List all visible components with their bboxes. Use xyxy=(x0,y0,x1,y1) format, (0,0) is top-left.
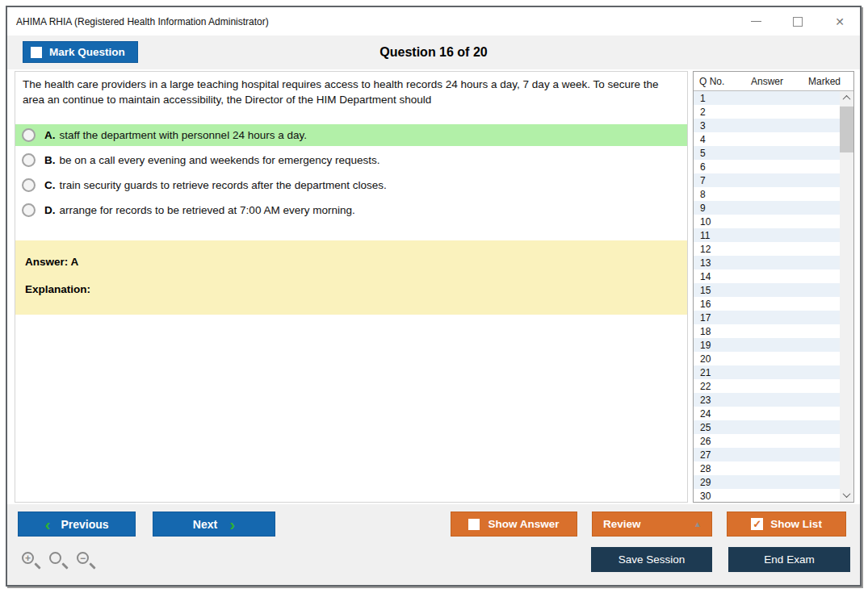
question-list-row[interactable]: 19 xyxy=(694,338,853,352)
show-list-button[interactable]: ✓ Show List xyxy=(727,512,846,537)
show-answer-button[interactable]: Show Answer xyxy=(451,512,577,537)
mark-question-checkbox[interactable] xyxy=(31,47,42,58)
footer-bar: ‹ Previous Next › Show Answer Review ▲ ✓… xyxy=(7,504,860,585)
check-icon: ✓ xyxy=(753,519,761,529)
maximize-icon xyxy=(793,17,803,27)
q-no-cell: 22 xyxy=(694,381,734,392)
q-no-cell: 8 xyxy=(694,189,734,200)
previous-label: Previous xyxy=(61,518,108,531)
next-button[interactable]: Next › xyxy=(153,512,275,537)
question-list-row[interactable]: 17 xyxy=(694,311,853,324)
zoom-reset-button[interactable] xyxy=(48,550,69,572)
scroll-down-button[interactable] xyxy=(840,488,853,502)
question-list-row[interactable]: 1 xyxy=(694,91,853,105)
q-no-cell: 21 xyxy=(694,367,734,378)
question-list-row[interactable]: 3 xyxy=(694,119,853,132)
minimize-button[interactable] xyxy=(747,13,765,31)
q-no-cell: 9 xyxy=(694,203,734,214)
q-no-cell: 5 xyxy=(694,148,734,159)
option-b[interactable]: B. be on a call every evening and weeken… xyxy=(15,149,687,171)
question-list-row[interactable]: 13 xyxy=(694,256,853,269)
zoom-out-icon: − xyxy=(77,552,89,564)
explanation-label: Explanation: xyxy=(25,283,677,295)
col-marked: Marked xyxy=(795,76,853,87)
option-a-radio[interactable] xyxy=(22,128,36,142)
question-list-row[interactable]: 9 xyxy=(694,201,853,215)
app-window: AHIMA RHIA (Registered Health Informatio… xyxy=(6,6,862,587)
end-exam-button[interactable]: End Exam xyxy=(728,547,850,572)
title-bar: AHIMA RHIA (Registered Health Informatio… xyxy=(7,7,860,35)
question-list-row[interactable]: 8 xyxy=(694,187,853,201)
maximize-button[interactable] xyxy=(789,13,807,31)
question-list-row[interactable]: 26 xyxy=(694,434,853,448)
question-list-row[interactable]: 14 xyxy=(694,269,853,283)
option-a-text: staff the department with personnel 24 h… xyxy=(60,129,307,141)
review-label: Review xyxy=(603,518,641,530)
question-list-row[interactable]: 24 xyxy=(694,407,853,420)
question-list-row[interactable]: 20 xyxy=(694,352,853,365)
option-c[interactable]: C. train security guards to retrieve rec… xyxy=(15,174,687,196)
question-list-row[interactable]: 30 xyxy=(694,489,853,502)
show-answer-checkbox[interactable] xyxy=(468,519,480,530)
option-d-radio[interactable] xyxy=(22,203,36,217)
question-list-row[interactable]: 7 xyxy=(694,173,853,187)
option-c-radio[interactable] xyxy=(22,178,36,192)
option-c-text: train security guards to retrieve record… xyxy=(60,179,387,191)
option-d[interactable]: D. arrange for records to be retrieved a… xyxy=(15,199,687,221)
question-list-row[interactable]: 2 xyxy=(694,105,853,119)
window-title: AHIMA RHIA (Registered Health Informatio… xyxy=(7,16,269,27)
question-list-row[interactable]: 4 xyxy=(694,132,853,146)
show-list-checkbox[interactable]: ✓ xyxy=(751,518,763,530)
question-list-row[interactable]: 11 xyxy=(694,228,853,242)
list-scrollbar[interactable] xyxy=(840,91,853,502)
scroll-up-button[interactable] xyxy=(840,91,853,105)
question-list-row[interactable]: 6 xyxy=(694,160,853,173)
question-list-row[interactable]: 15 xyxy=(694,283,853,297)
zoom-in-button[interactable]: + xyxy=(20,550,42,572)
q-no-cell: 16 xyxy=(694,299,734,310)
question-text: The health care providers in a large tea… xyxy=(15,72,687,107)
close-icon: ✕ xyxy=(835,16,845,27)
q-no-cell: 1 xyxy=(694,93,734,104)
magnifier-handle xyxy=(61,562,68,569)
question-list-row[interactable]: 18 xyxy=(694,324,853,338)
save-session-button[interactable]: Save Session xyxy=(591,547,712,572)
answer-label: Answer: A xyxy=(25,256,677,268)
option-d-letter: D. xyxy=(44,204,56,216)
question-list-row[interactable]: 16 xyxy=(694,297,853,311)
q-no-cell: 28 xyxy=(694,463,734,474)
mark-question-button[interactable]: Mark Question xyxy=(23,41,138,63)
zoom-in-handle xyxy=(34,562,40,569)
scrollbar-thumb[interactable] xyxy=(840,106,853,152)
option-b-radio[interactable] xyxy=(22,153,36,167)
window-controls: ✕ xyxy=(747,7,849,35)
question-list-row[interactable]: 5 xyxy=(694,146,853,160)
show-list-label: Show List xyxy=(770,518,822,530)
question-list-row[interactable]: 27 xyxy=(694,448,853,461)
review-dropdown-button[interactable]: Review ▲ xyxy=(592,512,712,537)
question-list-row[interactable]: 22 xyxy=(694,379,853,393)
question-list-row[interactable]: 28 xyxy=(694,461,853,475)
question-list-row[interactable]: 25 xyxy=(694,420,853,434)
question-list-row[interactable]: 10 xyxy=(694,215,853,228)
minimize-icon xyxy=(751,21,761,22)
zoom-out-button[interactable]: − xyxy=(75,550,97,572)
question-list-row[interactable]: 21 xyxy=(694,365,853,379)
q-no-cell: 14 xyxy=(694,271,734,282)
question-list-row[interactable]: 29 xyxy=(694,475,853,489)
option-c-letter: C. xyxy=(44,179,56,191)
question-list-row[interactable]: 12 xyxy=(694,242,853,256)
close-button[interactable]: ✕ xyxy=(831,13,849,31)
q-no-cell: 2 xyxy=(694,106,734,118)
option-a[interactable]: A. staff the department with personnel 2… xyxy=(15,124,687,146)
col-q-no: Q No. xyxy=(694,76,739,87)
zoom-out-handle xyxy=(89,562,95,569)
previous-button[interactable]: ‹ Previous xyxy=(18,512,136,537)
q-no-cell: 26 xyxy=(694,436,734,447)
q-no-cell: 10 xyxy=(694,216,734,228)
mark-question-label: Mark Question xyxy=(49,46,125,58)
option-b-letter: B. xyxy=(44,154,56,166)
q-no-cell: 29 xyxy=(694,477,734,488)
next-label: Next xyxy=(193,518,217,531)
question-list-row[interactable]: 23 xyxy=(694,393,853,407)
